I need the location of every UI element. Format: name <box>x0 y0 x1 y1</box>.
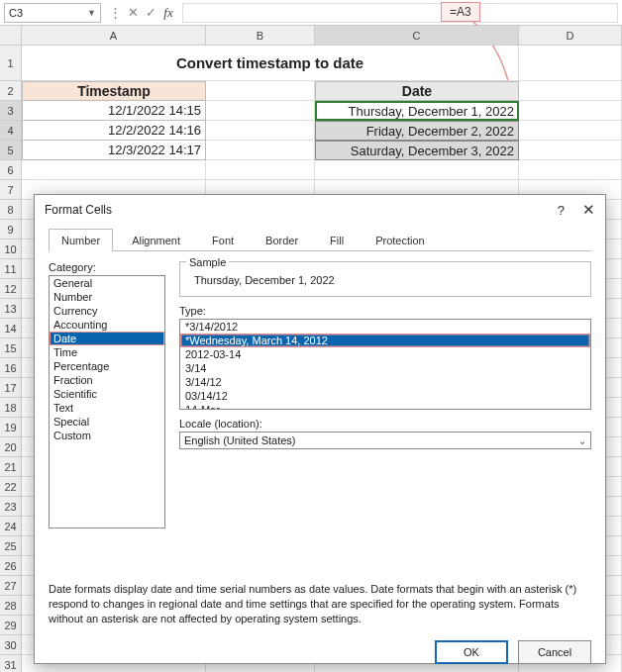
type-item[interactable]: 03/14/12 <box>180 389 590 403</box>
cell[interactable] <box>519 141 622 160</box>
type-label: Type: <box>179 305 591 317</box>
type-item[interactable]: 3/14/12 <box>180 375 590 389</box>
row-header[interactable]: 28 <box>0 596 22 616</box>
title-cell[interactable]: Convert timestamp to date <box>22 46 519 81</box>
tab-protection[interactable]: Protection <box>363 229 438 251</box>
row-header[interactable]: 22 <box>0 477 22 497</box>
type-listbox[interactable]: *3/14/2012*Wednesday, March 14, 20122012… <box>179 319 591 410</box>
row-header[interactable]: 13 <box>0 299 22 319</box>
cell[interactable] <box>315 160 519 180</box>
sample-label: Sample <box>186 256 229 268</box>
close-icon[interactable]: ✕ <box>582 201 595 219</box>
row-header[interactable]: 3 <box>0 101 22 121</box>
cell[interactable] <box>206 101 315 121</box>
col-header-B[interactable]: B <box>206 26 315 46</box>
cell[interactable] <box>519 101 622 121</box>
help-icon[interactable]: ? <box>558 203 565 218</box>
row-header[interactable]: 17 <box>0 378 22 398</box>
row-header[interactable]: 9 <box>0 220 22 240</box>
row-header[interactable]: 19 <box>0 418 22 437</box>
row-header[interactable]: 7 <box>0 180 22 200</box>
cell[interactable] <box>519 81 622 101</box>
row-header[interactable]: 14 <box>0 319 22 338</box>
cell-timestamp[interactable]: 12/1/2022 14:15 <box>22 101 206 121</box>
name-box[interactable]: C3 ▼ <box>4 3 101 23</box>
tab-fill[interactable]: Fill <box>317 229 357 251</box>
cell-timestamp[interactable]: 12/2/2022 14:16 <box>22 121 206 141</box>
category-item[interactable]: Fraction <box>50 373 164 387</box>
row-header[interactable]: 11 <box>0 259 22 279</box>
col-header-D[interactable]: D <box>519 26 622 46</box>
select-all-corner[interactable] <box>0 26 22 46</box>
row-header[interactable]: 6 <box>0 160 22 180</box>
tab-number[interactable]: Number <box>49 229 113 251</box>
cell-date[interactable]: Saturday, December 3, 2022 <box>315 141 519 160</box>
row-header[interactable]: 21 <box>0 457 22 477</box>
row-header[interactable]: 23 <box>0 497 22 517</box>
dialog-tabs: Number Alignment Font Border Fill Protec… <box>49 229 591 251</box>
row-header[interactable]: 2 <box>0 81 22 101</box>
category-item[interactable]: General <box>50 276 164 290</box>
row-header[interactable]: 25 <box>0 536 22 556</box>
row-header[interactable]: 26 <box>0 556 22 576</box>
cell[interactable] <box>206 160 315 180</box>
type-item[interactable]: *Wednesday, March 14, 2012 <box>180 334 590 347</box>
category-item[interactable]: Currency <box>50 304 164 318</box>
category-item[interactable]: Date <box>50 332 164 345</box>
type-item[interactable]: 14-Mar <box>180 403 590 410</box>
row-header[interactable]: 15 <box>0 338 22 358</box>
row-header[interactable]: 29 <box>0 616 22 635</box>
cell[interactable] <box>519 160 622 180</box>
category-item[interactable]: Time <box>50 345 164 359</box>
row-header[interactable]: 18 <box>0 398 22 418</box>
category-item[interactable]: Number <box>50 290 164 304</box>
category-item[interactable]: Custom <box>50 429 164 442</box>
col-header-A[interactable]: A <box>22 26 206 46</box>
category-label: Category: <box>49 261 165 273</box>
row-header[interactable]: 30 <box>0 635 22 655</box>
row-header[interactable]: 24 <box>0 517 22 536</box>
category-item[interactable]: Scientific <box>50 387 164 401</box>
row-header[interactable]: 8 <box>0 200 22 220</box>
row-header[interactable]: 27 <box>0 576 22 596</box>
cell[interactable] <box>519 121 622 141</box>
type-item[interactable]: *3/14/2012 <box>180 320 590 334</box>
tab-font[interactable]: Font <box>199 229 247 251</box>
accept-formula-icon[interactable]: ✓ <box>143 5 158 20</box>
type-item[interactable]: 3/14 <box>180 361 590 375</box>
cell[interactable] <box>206 141 315 160</box>
header-timestamp[interactable]: Timestamp <box>22 81 206 101</box>
category-item[interactable]: Accounting <box>50 318 164 332</box>
cell-date[interactable]: Friday, December 2, 2022 <box>315 121 519 141</box>
row-header[interactable]: 10 <box>0 240 22 259</box>
ok-button[interactable]: OK <box>435 640 508 664</box>
cell[interactable] <box>22 160 206 180</box>
row-header[interactable]: 16 <box>0 358 22 378</box>
row-header[interactable]: 12 <box>0 279 22 299</box>
col-header-C[interactable]: C <box>315 26 519 46</box>
row-header[interactable]: 20 <box>0 437 22 457</box>
header-date[interactable]: Date <box>315 81 519 101</box>
formula-input[interactable] <box>182 3 618 23</box>
cell-date-selected[interactable]: Thursday, December 1, 2022 <box>315 101 519 121</box>
category-item[interactable]: Special <box>50 415 164 429</box>
category-listbox[interactable]: GeneralNumberCurrencyAccountingDateTimeP… <box>49 275 165 528</box>
tab-border[interactable]: Border <box>253 229 311 251</box>
cancel-button[interactable]: Cancel <box>518 640 591 664</box>
category-item[interactable]: Percentage <box>50 359 164 373</box>
category-item[interactable]: Text <box>50 401 164 415</box>
cell[interactable] <box>206 81 315 101</box>
cell[interactable] <box>519 46 622 81</box>
formula-bar: C3 ▼ ⋮ ✕ ✓ fx <box>0 0 622 26</box>
fx-icon[interactable]: fx <box>160 5 176 21</box>
tab-alignment[interactable]: Alignment <box>119 229 193 251</box>
cell-timestamp[interactable]: 12/3/2022 14:17 <box>22 141 206 160</box>
cell[interactable] <box>206 121 315 141</box>
row-header[interactable]: 1 <box>0 46 22 81</box>
cancel-formula-icon[interactable]: ✕ <box>125 5 141 20</box>
row-header[interactable]: 5 <box>0 141 22 160</box>
locale-select[interactable]: English (United States) ⌄ <box>179 432 591 449</box>
row-header[interactable]: 31 <box>0 655 22 672</box>
row-header[interactable]: 4 <box>0 121 22 141</box>
type-item[interactable]: 2012-03-14 <box>180 347 590 361</box>
